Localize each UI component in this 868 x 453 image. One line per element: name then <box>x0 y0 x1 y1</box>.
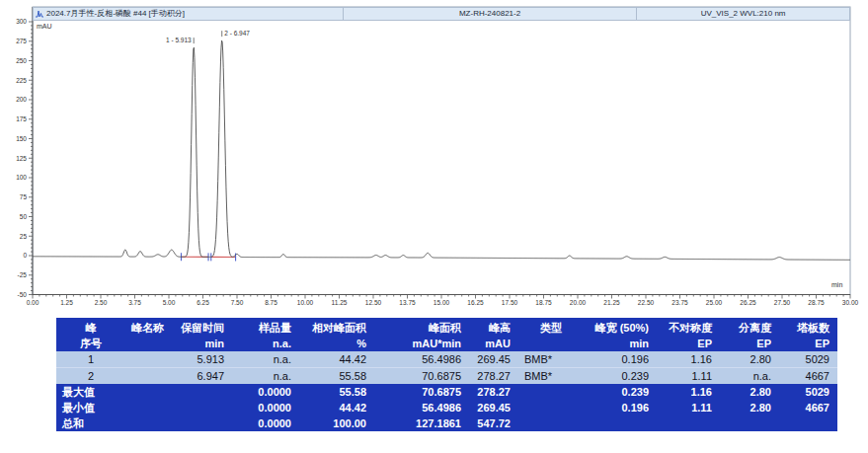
cell-plates: 4667 <box>779 368 837 384</box>
column-header-area: 峰面积mAU*min <box>374 320 469 351</box>
column-header-type: 类型 <box>518 320 584 351</box>
cell-height: 269.45 <box>469 400 518 415</box>
column-header-asymmetry: 不对称度EP <box>657 320 720 351</box>
cell-type: BMB* <box>518 351 584 367</box>
svg-text:175: 175 <box>16 115 27 122</box>
column-header-retention: 保留时间min <box>175 320 232 351</box>
svg-text:-25: -25 <box>18 271 28 278</box>
svg-text:22.50: 22.50 <box>638 299 655 306</box>
summary-row-sum: 总和0.0000100.00127.1861547.72 <box>56 415 837 431</box>
cell-type: BMB* <box>518 368 584 384</box>
column-header-rel_area: 相对峰面积% <box>299 320 374 351</box>
cell-amount: n.a. <box>232 368 299 384</box>
peak-row-2[interactable]: 26.947n.a.55.5870.6875278.27BMB*0.2391.1… <box>56 367 837 384</box>
svg-text:11.25: 11.25 <box>332 299 348 306</box>
chromatogram-icon <box>36 10 43 19</box>
svg-text:6.25: 6.25 <box>197 299 209 306</box>
chromatography-report-view: -50-250255075100125150175200225250275300… <box>0 0 868 453</box>
svg-text:3.75: 3.75 <box>128 299 141 306</box>
column-header-height: 峰高mAU <box>469 320 518 351</box>
cell-asymmetry: 1.11 <box>657 368 720 384</box>
svg-text:25: 25 <box>20 233 28 240</box>
svg-text:2.50: 2.50 <box>95 299 108 306</box>
svg-text:75: 75 <box>20 193 28 200</box>
channel-label: UV_VIS_2 WVL:210 nm <box>637 8 849 20</box>
column-header-width50: 峰宽 (50%)min <box>584 320 657 351</box>
cell-asymmetry: 1.11 <box>657 400 720 415</box>
column-header-amount: 样品量n.a. <box>232 320 299 351</box>
svg-text:225: 225 <box>16 77 27 84</box>
svg-text:8.75: 8.75 <box>265 299 277 306</box>
cell-rel_area: 55.58 <box>299 368 374 384</box>
cell-type <box>518 415 584 431</box>
cell-asymmetry: 1.16 <box>657 384 720 400</box>
svg-text:13.75: 13.75 <box>399 299 416 306</box>
cell-plates: 5029 <box>779 384 837 400</box>
cell-rel_area: 44.42 <box>299 351 374 367</box>
x-axis-unit-label: min <box>831 281 842 288</box>
svg-text:300: 300 <box>16 18 27 25</box>
cell-area: 70.6875 <box>374 368 469 384</box>
cell-peak_no: 总和 <box>56 415 125 431</box>
svg-text:1.25: 1.25 <box>60 299 73 306</box>
cell-type <box>518 400 584 415</box>
svg-text:0: 0 <box>23 252 27 259</box>
cell-area: 70.6875 <box>374 384 469 400</box>
cell-height: 278.27 <box>469 384 518 400</box>
svg-text:28.75: 28.75 <box>808 299 825 306</box>
svg-text:2 - 6.947: 2 - 6.947 <box>224 30 250 37</box>
peak-row-1[interactable]: 15.913n.a.44.4256.4986269.45BMB*0.1961.1… <box>56 351 837 367</box>
cell-peak_no: 最小值 <box>56 400 125 415</box>
cell-rel_area: 44.42 <box>299 400 374 415</box>
cell-resolution: n.a. <box>720 368 779 384</box>
injection-title: 2024.7月手性-反相-磷酸 #44 [手动积分] <box>46 8 185 20</box>
svg-text:15.00: 15.00 <box>434 299 450 306</box>
cell-amount: 0.0000 <box>232 384 299 400</box>
svg-text:16.25: 16.25 <box>467 299 484 306</box>
svg-text:18.75: 18.75 <box>535 299 552 306</box>
svg-text:200: 200 <box>16 96 27 103</box>
summary-row-min: 最小值0.000044.4256.4986269.450.1961.112.80… <box>56 400 837 415</box>
cell-plates <box>779 415 837 431</box>
svg-text:10.00: 10.00 <box>297 299 314 306</box>
chromatogram-header-bar: 2024.7月手性-反相-磷酸 #44 [手动积分] MZ-RH-240821-… <box>33 7 850 21</box>
cell-height: 278.27 <box>469 368 518 384</box>
sample-name: MZ-RH-240821-2 <box>344 8 637 20</box>
cell-type <box>518 384 584 400</box>
svg-text:250: 250 <box>16 57 27 64</box>
svg-text:100: 100 <box>16 174 27 181</box>
svg-text:125: 125 <box>16 155 27 162</box>
cell-width50 <box>584 415 657 431</box>
cell-width50: 0.196 <box>584 400 657 415</box>
svg-text:7.50: 7.50 <box>231 299 244 306</box>
cell-width50: 0.239 <box>584 368 657 384</box>
cell-height: 269.45 <box>469 351 518 367</box>
cell-resolution: 2.80 <box>720 351 779 367</box>
svg-text:50: 50 <box>20 213 28 220</box>
svg-text:30.00: 30.00 <box>842 299 859 306</box>
cell-width50: 0.196 <box>584 351 657 367</box>
cell-peak_name <box>125 400 175 415</box>
column-header-resolution: 分离度EP <box>720 320 779 351</box>
cell-retention <box>175 400 232 415</box>
svg-text:275: 275 <box>16 38 27 44</box>
cell-peak_no: 2 <box>56 368 125 384</box>
cell-height: 547.72 <box>469 415 518 431</box>
cell-asymmetry: 1.16 <box>657 351 720 367</box>
svg-text:20.00: 20.00 <box>570 299 587 306</box>
svg-text:12.50: 12.50 <box>365 299 382 306</box>
svg-text:17.50: 17.50 <box>502 299 518 306</box>
cell-peak_no: 1 <box>56 351 125 367</box>
svg-text:26.25: 26.25 <box>740 299 756 306</box>
cell-plates: 4667 <box>779 400 837 415</box>
cell-rel_area: 100.00 <box>299 415 374 431</box>
cell-retention: 5.913 <box>175 351 232 367</box>
chromatogram-plot[interactable]: -50-250255075100125150175200225250275300… <box>0 0 868 314</box>
cell-asymmetry <box>657 415 720 431</box>
cell-peak_name <box>125 384 175 400</box>
column-header-peak_name: 峰名称 <box>125 320 175 351</box>
svg-text:25.00: 25.00 <box>706 299 723 306</box>
cell-amount: 0.0000 <box>232 415 299 431</box>
cell-plates: 5029 <box>779 351 837 367</box>
cell-retention: 6.947 <box>175 368 232 384</box>
